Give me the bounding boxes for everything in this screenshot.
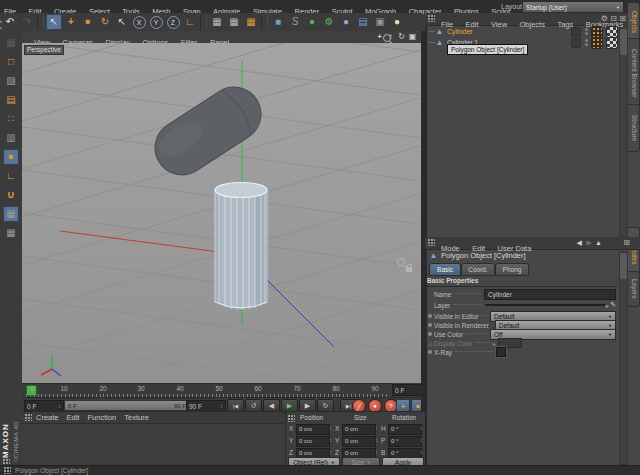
render-view-button[interactable]: ▦: [209, 14, 225, 30]
axis-mode-button[interactable]: ∟: [3, 168, 19, 184]
name-field[interactable]: Cylinder: [484, 289, 616, 300]
anim-dot-icon[interactable]: [428, 323, 432, 327]
material-menu-texture[interactable]: Texture: [120, 412, 153, 424]
lock-workplane-button[interactable]: ▦: [3, 206, 19, 222]
stepper-icon[interactable]: ↕: [420, 425, 423, 431]
tab-structure[interactable]: Structure: [628, 104, 640, 152]
texture-mode-button[interactable]: ▨: [3, 73, 19, 89]
om-scrollbar[interactable]: [619, 27, 628, 237]
panel-grip-icon[interactable]: [428, 15, 435, 22]
uvw-tag-icon[interactable]: [606, 37, 618, 49]
search-icon[interactable]: [397, 258, 405, 266]
pos-x-field[interactable]: 0 cm: [296, 424, 330, 435]
cylinder-object[interactable]: [215, 183, 267, 311]
add-floor-button[interactable]: ▤: [355, 14, 371, 30]
stepper-icon[interactable]: ↕: [329, 449, 332, 455]
viewport-canvas[interactable]: [22, 43, 421, 383]
timeline-ruler[interactable]: 0 10 20 30 40 50 60 70 80 90: [22, 383, 391, 398]
edges-mode-button[interactable]: ▥: [3, 130, 19, 146]
stepper-icon[interactable]: ↕: [420, 449, 423, 455]
stepper-icon[interactable]: ↕: [375, 449, 378, 455]
points-mode-button[interactable]: ∷: [3, 111, 19, 127]
add-subdivision-surface-button[interactable]: ●: [304, 14, 320, 30]
search-icon[interactable]: [383, 34, 391, 42]
collapse-icon[interactable]: ⊟: [610, 13, 617, 25]
rot-h-field[interactable]: 0 °: [388, 424, 422, 435]
tab-coord[interactable]: Coord.: [461, 263, 495, 276]
size-x-field[interactable]: 0 cm: [342, 424, 376, 435]
object-row-cylinder[interactable]: ▲ Cylinder: [427, 26, 618, 37]
tab-objects[interactable]: Objects: [628, 2, 640, 42]
gear-icon[interactable]: ⚙: [601, 13, 608, 25]
visibility-dots[interactable]: [584, 39, 588, 46]
workplane-mode-button[interactable]: ▤: [3, 92, 19, 108]
stepper-icon[interactable]: ↕: [220, 402, 223, 411]
layer-browser-icon[interactable]: ✎: [610, 301, 616, 309]
history-forward-icon[interactable]: ▶: [587, 237, 592, 249]
am-scrollbar-thumb[interactable]: [620, 253, 627, 279]
frame-range-slider[interactable]: 0 F 90 F: [64, 400, 190, 411]
tab-basic[interactable]: Basic: [429, 263, 461, 276]
stepper-icon[interactable]: ↕: [58, 402, 61, 411]
anim-dot-icon[interactable]: [428, 314, 432, 318]
last-tool-button[interactable]: ↖: [114, 14, 130, 30]
new-panel-icon[interactable]: ⊞: [623, 237, 630, 249]
om-scrollbar-thumb[interactable]: [620, 29, 627, 55]
scale-tool[interactable]: ■: [80, 14, 96, 30]
mini-circle-icon[interactable]: ○: [13, 456, 17, 463]
am-scrollbar[interactable]: [619, 251, 628, 465]
expand-icon[interactable]: ⊞: [619, 13, 626, 25]
viewport-toggle-icon[interactable]: ▣: [408, 32, 417, 41]
render-to-picture-viewer-button[interactable]: ▦: [226, 14, 242, 30]
history-back-icon[interactable]: ◀: [577, 237, 582, 249]
object-name[interactable]: Cylinder: [447, 28, 473, 35]
tab-phong[interactable]: Phong: [495, 263, 529, 276]
material-menu-edit[interactable]: Edit: [63, 412, 84, 424]
stepper-icon[interactable]: ↕: [420, 437, 423, 443]
make-editable-button[interactable]: ▦: [3, 35, 19, 51]
layout-dropdown[interactable]: Startup (User) ▼: [522, 1, 624, 13]
submenu-arrow-icon[interactable]: ▸: [493, 340, 496, 347]
stepper-icon[interactable]: ↕: [375, 425, 378, 431]
render-settings-button[interactable]: ▦: [243, 14, 259, 30]
add-deformer-button[interactable]: ⚙: [321, 14, 337, 30]
panel-grip-icon[interactable]: [288, 415, 295, 422]
move-tool[interactable]: +: [63, 14, 79, 30]
polygons-mode-button[interactable]: ■: [3, 149, 19, 165]
live-selection-tool[interactable]: ↖: [46, 14, 62, 30]
phong-tag-icon[interactable]: [591, 26, 603, 38]
layer-box-icon[interactable]: [571, 38, 581, 48]
panel-grip-icon[interactable]: [428, 239, 435, 246]
anim-dot-icon[interactable]: [428, 350, 432, 354]
add-metaball-button[interactable]: ●: [338, 14, 354, 30]
anim-dot-icon[interactable]: [428, 332, 432, 336]
stepper-icon[interactable]: ↕: [329, 437, 332, 443]
rot-p-field[interactable]: 0 °: [388, 436, 422, 447]
visibility-dots[interactable]: [584, 28, 588, 35]
layer-field[interactable]: [485, 304, 605, 306]
layer-box-icon[interactable]: [571, 27, 581, 37]
uvw-tag-icon[interactable]: [606, 26, 618, 38]
redo-button[interactable]: ↷: [19, 14, 35, 30]
add-light-button[interactable]: ●: [389, 14, 405, 30]
snap-button[interactable]: ∪: [3, 187, 19, 203]
size-y-field[interactable]: 0 cm: [342, 436, 376, 447]
section-basic-properties[interactable]: Basic Properties: [427, 277, 617, 287]
lock-icon[interactable]: [406, 267, 412, 272]
panel-divider[interactable]: [421, 31, 425, 412]
phong-tag-icon[interactable]: [591, 37, 603, 49]
submenu-arrow-icon[interactable]: ▸: [606, 302, 609, 309]
undo-button[interactable]: ↶: [2, 14, 18, 30]
material-manager[interactable]: Create Edit Function Texture: [22, 412, 284, 466]
lock-z-axis-button[interactable]: Z: [165, 14, 181, 30]
material-menu-function[interactable]: Function: [83, 412, 120, 424]
parent-object-icon[interactable]: ▲: [595, 237, 602, 249]
lock-y-axis-button[interactable]: Y: [148, 14, 164, 30]
capsule-object[interactable]: [145, 77, 272, 185]
viewport-rotate-icon[interactable]: ↻: [397, 32, 406, 41]
add-spline-button[interactable]: S: [287, 14, 303, 30]
collapse-arrow-icon[interactable]: ⊿: [428, 340, 433, 347]
camera-label[interactable]: Perspective: [24, 45, 64, 55]
coordinate-system-button[interactable]: ∟: [182, 14, 198, 30]
pos-y-field[interactable]: 0 cm: [296, 436, 330, 447]
